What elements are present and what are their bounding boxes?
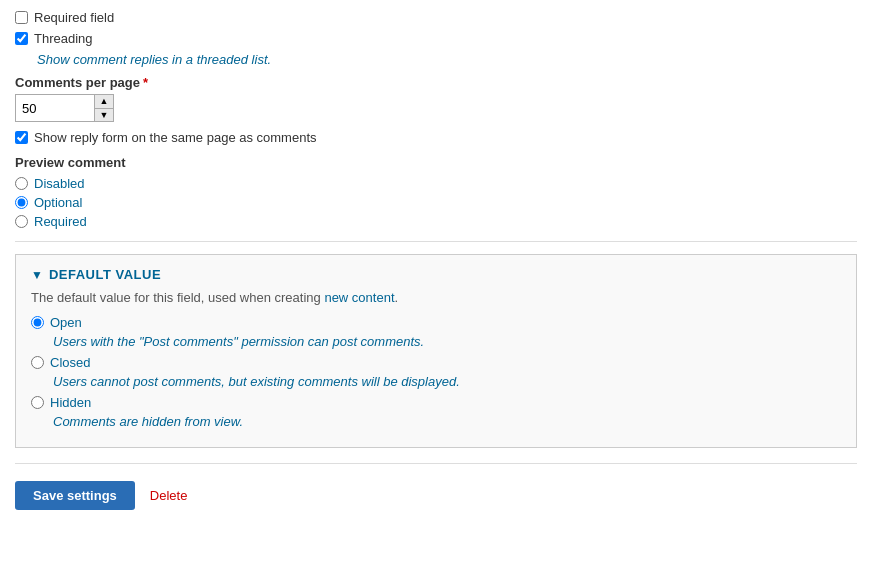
divider-1 [15, 241, 857, 242]
default-open-row: Open [31, 315, 841, 330]
preview-comment-required-label: Required [34, 214, 87, 229]
threading-description: Show comment replies in a threaded list. [37, 52, 857, 67]
spinner-buttons: ▲ ▼ [94, 94, 114, 122]
preview-comment-optional-radio[interactable] [15, 196, 28, 209]
threading-row: Threading [15, 31, 857, 46]
default-open-desc: Users with the "Post comments" permissio… [53, 334, 841, 349]
required-field-checkbox[interactable] [15, 11, 28, 24]
spinner-up-button[interactable]: ▲ [94, 94, 114, 108]
comments-per-page-section: Comments per page* ▲ ▼ [15, 75, 857, 122]
required-star: * [143, 75, 148, 90]
preview-comment-optional-label: Optional [34, 195, 82, 210]
default-hidden-radio[interactable] [31, 396, 44, 409]
default-value-description: The default value for this field, used w… [31, 290, 841, 305]
required-field-label: Required field [34, 10, 114, 25]
preview-comment-section: Preview comment Disabled Optional Requir… [15, 155, 857, 229]
preview-comment-disabled-row: Disabled [15, 176, 857, 191]
collapse-icon[interactable]: ▼ [31, 268, 43, 282]
threading-section: Threading Show comment replies in a thre… [15, 31, 857, 67]
save-settings-button[interactable]: Save settings [15, 481, 135, 510]
preview-comment-disabled-radio[interactable] [15, 177, 28, 190]
default-closed-desc: Users cannot post comments, but existing… [53, 374, 841, 389]
show-reply-section: Show reply form on the same page as comm… [15, 130, 857, 145]
spinner-down-button[interactable]: ▼ [94, 108, 114, 122]
show-reply-checkbox[interactable] [15, 131, 28, 144]
required-field-row: Required field [15, 10, 857, 25]
show-reply-label: Show reply form on the same page as comm… [34, 130, 317, 145]
default-value-title: DEFAULT VALUE [49, 267, 161, 282]
default-hidden-row: Hidden [31, 395, 841, 410]
default-hidden-desc: Comments are hidden from view. [53, 414, 841, 429]
threading-checkbox[interactable] [15, 32, 28, 45]
default-closed-row: Closed [31, 355, 841, 370]
delete-link[interactable]: Delete [150, 488, 188, 503]
default-open-radio[interactable] [31, 316, 44, 329]
default-open-label: Open [50, 315, 82, 330]
preview-comment-title: Preview comment [15, 155, 857, 170]
comments-per-page-label: Comments per page* [15, 75, 857, 90]
comments-per-page-spinner: ▲ ▼ [15, 94, 857, 122]
comments-per-page-input[interactable] [15, 94, 95, 122]
default-closed-radio[interactable] [31, 356, 44, 369]
threading-label: Threading [34, 31, 93, 46]
default-value-header: ▼ DEFAULT VALUE [31, 267, 841, 282]
preview-comment-required-row: Required [15, 214, 857, 229]
preview-comment-required-radio[interactable] [15, 215, 28, 228]
default-hidden-label: Hidden [50, 395, 91, 410]
footer-actions: Save settings Delete [15, 476, 857, 510]
preview-comment-disabled-label: Disabled [34, 176, 85, 191]
divider-2 [15, 463, 857, 464]
preview-comment-optional-row: Optional [15, 195, 857, 210]
default-closed-label: Closed [50, 355, 90, 370]
default-value-box: ▼ DEFAULT VALUE The default value for th… [15, 254, 857, 448]
